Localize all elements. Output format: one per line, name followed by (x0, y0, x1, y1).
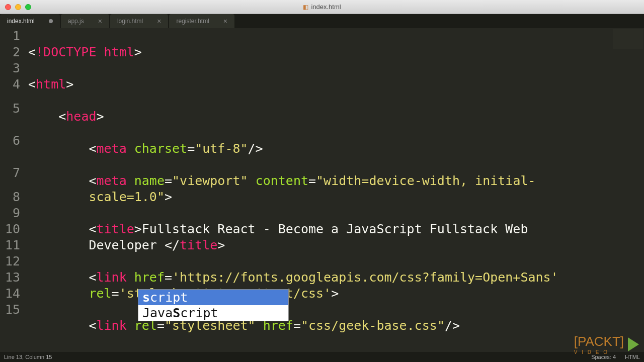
file-icon: ◧ (303, 4, 308, 11)
dirty-indicator-icon (49, 19, 53, 23)
line-number: 15 (0, 302, 20, 318)
line-number: 9 (0, 205, 20, 221)
code-line: <link href='https://fonts.googleapis.com… (28, 269, 558, 302)
line-number: 7 (0, 157, 20, 189)
watermark-logo: [PACKT] V I D E O (574, 334, 639, 355)
watermark-subtext: V I D E O (574, 349, 624, 355)
watermark-text: [PACKT] (574, 334, 624, 349)
line-number-gutter: 1 2 3 4 5 6 7 8 9 10 11 12 13 14 15 (0, 28, 28, 352)
code-line: <head> (28, 109, 558, 125)
autocomplete-item-script[interactable]: script (138, 290, 288, 305)
window-title-text: index.html (311, 3, 341, 11)
tab-label: register.html (176, 18, 209, 25)
status-bar: Line 13, Column 15 Spaces: 4 HTML (0, 352, 644, 362)
line-number: 14 (0, 286, 20, 302)
tab-bar: index.html app.js × login.html × registe… (0, 14, 644, 28)
tab-label: login.html (117, 18, 143, 25)
window-titlebar: ◧ index.html (0, 0, 644, 14)
autocomplete-popup[interactable]: script JavaScript (138, 289, 289, 321)
line-number: 8 (0, 189, 20, 205)
window-title: ◧ index.html (0, 3, 644, 11)
code-line: <link rel="stylesheet" href="css/geek-ba… (28, 318, 558, 334)
line-number: 3 (0, 60, 20, 76)
line-number: 6 (0, 125, 20, 157)
line-number: 12 (0, 253, 20, 269)
code-line: <!DOCTYPE html> (28, 44, 558, 60)
tab-index-html[interactable]: index.html (0, 14, 60, 28)
editor-area[interactable]: 1 2 3 4 5 6 7 8 9 10 11 12 13 14 15 <!DO… (0, 28, 644, 352)
close-tab-icon[interactable]: × (98, 17, 102, 25)
code-content[interactable]: <!DOCTYPE html> <html> <head> <meta char… (28, 28, 558, 352)
line-number: 1 (0, 28, 20, 44)
line-number: 2 (0, 44, 20, 60)
code-line: <meta charset="utf-8"/> (28, 141, 558, 157)
tab-register-html[interactable]: register.html × (169, 14, 235, 28)
line-number: 5 (0, 93, 20, 125)
code-line: <title>Fullstack React - Become a JavaSc… (28, 221, 558, 253)
play-icon (628, 337, 639, 351)
code-line: <meta name="viewport" content="width=dev… (28, 173, 558, 205)
tab-label: app.js (68, 18, 84, 25)
line-number: 13 (0, 269, 20, 286)
close-tab-icon[interactable]: × (223, 17, 227, 25)
minimap[interactable] (613, 29, 643, 49)
line-number: 4 (0, 76, 20, 93)
tab-label: index.html (7, 18, 35, 25)
tab-app-js[interactable]: app.js × (61, 14, 110, 28)
line-number: 10 (0, 221, 20, 237)
status-cursor-position: Line 13, Column 15 (4, 354, 52, 360)
close-tab-icon[interactable]: × (157, 17, 161, 25)
tab-login-html[interactable]: login.html × (110, 14, 169, 28)
autocomplete-item-javascript[interactable]: JavaScript (138, 305, 288, 321)
line-number: 11 (0, 237, 20, 253)
code-line: <html> (28, 76, 558, 93)
